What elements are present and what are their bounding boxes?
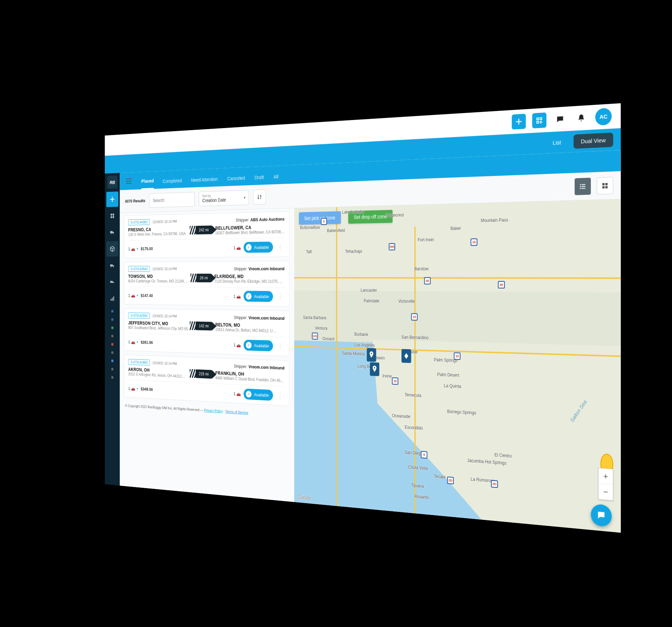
order-card[interactable]: S-07914259512/16/21 12:14 PMShipper: Vro… xyxy=(124,308,289,356)
grid-add-button[interactable] xyxy=(532,112,546,128)
link-tos[interactable]: Terms of Service xyxy=(225,409,248,415)
more-actions-icon[interactable]: ⋮ xyxy=(276,246,285,248)
order-timestamp: 12/16/21 12:15 PM xyxy=(153,219,177,224)
vehicle-count[interactable]: 1 🚗 ▾ xyxy=(128,246,138,251)
map-city-label: Fort Irwin xyxy=(418,237,434,242)
sidebar-shipment-icon[interactable] xyxy=(106,258,118,273)
svg-rect-4 xyxy=(113,213,114,216)
svg-rect-7 xyxy=(111,299,111,301)
map-pin-icon[interactable] xyxy=(370,362,379,376)
status-dot[interactable] xyxy=(111,368,113,371)
tab-draft[interactable]: Draft xyxy=(254,174,264,185)
order-timestamp: 12/16/21 12:14 PM xyxy=(153,361,177,366)
sidebar-dashboard[interactable] xyxy=(106,208,118,224)
status-dot[interactable] xyxy=(111,360,113,362)
check-icon: ✓ xyxy=(246,244,252,251)
sidebar-return-icon[interactable] xyxy=(106,274,118,290)
order-timestamp: 12/16/21 12:14 PM xyxy=(153,267,177,271)
svg-point-14 xyxy=(580,188,581,189)
view-list-button[interactable] xyxy=(575,177,591,195)
results-count: 4070 Results xyxy=(125,198,145,204)
dest-address: 7120 Dorsey Run Rd, Elkridge, MD 21075, … xyxy=(214,279,285,284)
status-pill[interactable]: ✓Available xyxy=(244,340,273,351)
avatar[interactable]: AC xyxy=(595,107,612,126)
svg-rect-0 xyxy=(537,118,539,120)
app-logo[interactable]: RB xyxy=(107,176,118,189)
status-dot[interactable] xyxy=(111,310,113,312)
order-list[interactable]: S-07914438312/16/21 12:15 PMShipper: ABS… xyxy=(120,208,294,502)
map-city-label: Los Angeles xyxy=(354,342,374,348)
status-dot[interactable] xyxy=(111,318,113,321)
check-icon: ✓ xyxy=(246,390,252,397)
tab-placed[interactable]: Placed xyxy=(141,178,154,189)
order-card[interactable]: S-07914354312/16/21 12:14 PMShipper: Vro… xyxy=(124,261,289,307)
link-privacy[interactable]: Privacy Policy xyxy=(204,408,223,413)
sidebar-truck-icon[interactable] xyxy=(106,225,118,240)
status-pill[interactable]: ✓Available xyxy=(244,291,273,302)
origin-address: 8204 Cartbridge Cir, Towson, MD 21204, … xyxy=(128,279,193,284)
shipper-label: Shipper: ABS Auto Auctions xyxy=(236,216,285,223)
search-input[interactable]: Search xyxy=(149,192,195,207)
svg-rect-15 xyxy=(582,188,586,189)
svg-rect-2 xyxy=(537,121,539,123)
map-city-label: Tecate xyxy=(434,474,446,480)
map-city-label: Santa Monica xyxy=(342,351,365,357)
tab-completed[interactable]: Completed xyxy=(163,178,182,189)
svg-rect-8 xyxy=(112,298,113,301)
notifications-icon[interactable] xyxy=(574,110,589,126)
dest-city: ELKRIDGE, MD xyxy=(214,274,285,279)
status-dot[interactable] xyxy=(111,376,113,379)
map-city-label: Barstow xyxy=(414,266,428,272)
tab-need-attention[interactable]: Need Attention xyxy=(191,176,218,187)
view-list[interactable]: List xyxy=(546,135,568,150)
svg-rect-3 xyxy=(111,214,112,216)
vehicle-count[interactable]: 1 🚗 ▾ xyxy=(128,386,138,391)
highway-shield-icon: 15 xyxy=(392,378,398,385)
more-actions-icon[interactable]: ⋮ xyxy=(276,394,285,397)
highway-shield-icon: 101 xyxy=(312,332,318,339)
sidebar-new[interactable] xyxy=(106,191,118,207)
sort-direction-button[interactable] xyxy=(253,189,266,205)
zoom-out-button[interactable]: − xyxy=(598,484,613,501)
vehicle-count[interactable]: 1 🚗 ▾ xyxy=(128,339,138,345)
status-dot[interactable] xyxy=(111,343,113,345)
sidebar-package-icon[interactable] xyxy=(106,241,118,256)
set-pickup-zone-button[interactable]: Set pick up zone xyxy=(299,211,341,225)
map-city-label: San Bernardino xyxy=(401,334,428,340)
more-actions-icon[interactable]: ⋮ xyxy=(276,295,285,298)
messages-icon[interactable] xyxy=(553,111,567,127)
add-button[interactable] xyxy=(512,113,526,129)
map-cluster-icon[interactable] xyxy=(401,349,411,363)
tab-canceled[interactable]: Canceled xyxy=(227,175,245,186)
order-card[interactable]: S-07914186012/16/21 12:14 PMShipper: Vro… xyxy=(124,355,289,406)
zoom-control: + − xyxy=(598,468,613,501)
zoom-in-button[interactable]: + xyxy=(598,468,613,485)
map-city-label: Temecula xyxy=(405,392,421,398)
view-dual[interactable]: Dual View xyxy=(573,132,613,149)
highway-shield-icon: 40 xyxy=(498,281,505,288)
order-id: S-079142595 xyxy=(128,312,150,319)
status-pill[interactable]: ✓Available xyxy=(244,388,273,401)
view-grid-button[interactable] xyxy=(597,177,613,194)
status-dot[interactable] xyxy=(111,335,113,337)
highway-shield-icon: 15 xyxy=(411,313,418,320)
status-dot[interactable] xyxy=(111,351,113,354)
map-city-label: Palm Desert xyxy=(437,372,459,378)
sidebar-status-dots xyxy=(111,310,113,379)
sort-select[interactable]: Sort by Creation Date ▾ xyxy=(199,190,248,206)
map-pin-icon[interactable] xyxy=(367,348,376,362)
order-id: S-079141860 xyxy=(128,359,150,366)
origin-address: 130 S West Ave, Fresno, CA 93706, USA xyxy=(128,231,192,237)
vehicle-count-right: 1 🚗 xyxy=(233,391,241,396)
tab-all[interactable]: All xyxy=(274,174,279,184)
vehicle-count[interactable]: 1 🚗 ▾ xyxy=(128,293,138,298)
map-city-label: La Quinta xyxy=(444,383,461,389)
more-actions-icon[interactable]: ⋮ xyxy=(276,345,285,348)
order-card[interactable]: S-07914438312/16/21 12:15 PMShipper: ABS… xyxy=(124,211,289,258)
status-pill[interactable]: ✓Available xyxy=(244,242,273,253)
status-dot[interactable] xyxy=(111,326,113,329)
sidebar-analytics-icon[interactable] xyxy=(106,291,118,306)
map[interactable]: Set pick up zone Set drop off zone Lake … xyxy=(294,199,621,533)
map-city-label: Irvine xyxy=(383,373,392,379)
hamburger-icon[interactable] xyxy=(126,178,132,184)
